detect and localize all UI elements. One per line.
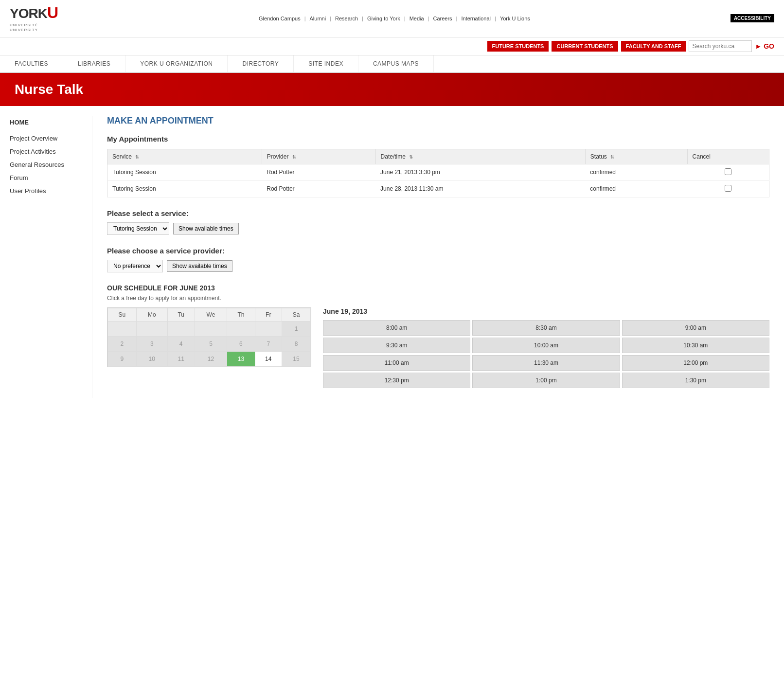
nav-faculties[interactable]: FACULTIES <box>0 55 63 72</box>
select-service-section: Please select a service: Tutoring Sessio… <box>107 209 769 235</box>
sidebar-item-project-activities[interactable]: Project Activities <box>10 145 82 158</box>
sidebar-item-user-profiles[interactable]: User Profiles <box>10 184 82 197</box>
time-slot-5[interactable]: 10:30 am <box>622 338 769 353</box>
cal-cell-3[interactable]: 3 <box>136 336 167 351</box>
time-slot-11[interactable]: 1:30 pm <box>622 373 769 388</box>
current-students-button[interactable]: CURRENT STUDENTS <box>552 41 618 52</box>
nav-media[interactable]: Media <box>410 16 424 21</box>
cal-header-su: Su <box>108 308 137 321</box>
sidebar-item-general-resources[interactable]: General Resources <box>10 158 82 171</box>
cal-cell-9[interactable]: 9 <box>108 351 137 366</box>
select-provider-label: Please choose a service provider: <box>107 247 769 255</box>
sidebar-item-forum[interactable]: Forum <box>10 171 82 184</box>
nav-giving[interactable]: Giving to York <box>367 16 400 21</box>
time-slot-8[interactable]: 12:00 pm <box>622 355 769 371</box>
cal-header-sa: Sa <box>282 308 311 321</box>
sort-status-icon[interactable]: ⇅ <box>610 154 614 160</box>
cal-cell-7[interactable]: 7 <box>255 336 282 351</box>
show-times-button-provider[interactable]: Show available times <box>167 260 232 272</box>
cal-header-th: Th <box>227 308 255 321</box>
logo-u: U <box>47 4 58 22</box>
cal-cell-2[interactable]: 2 <box>108 336 137 351</box>
nav-research[interactable]: Research <box>335 16 358 21</box>
nav-careers[interactable]: Careers <box>433 16 452 21</box>
cal-cell-empty <box>255 321 282 336</box>
second-row: FUTURE STUDENTS CURRENT STUDENTS FACULTY… <box>0 37 784 55</box>
nav-libraries[interactable]: LIBRARIES <box>63 55 125 72</box>
cell-provider-2: Rod Potter <box>262 180 375 197</box>
cal-cell-empty <box>108 321 137 336</box>
cal-cell-8[interactable]: 8 <box>282 336 311 351</box>
select-service-row: Tutoring Session Show available times <box>107 222 769 235</box>
cal-cell-empty <box>195 321 227 336</box>
cal-header-tu: Tu <box>167 308 195 321</box>
cal-row-1: 1 <box>108 321 311 336</box>
search-go-button[interactable]: ► GO <box>755 42 774 50</box>
cal-cell-empty <box>136 321 167 336</box>
page-header: Nurse Talk <box>0 73 784 106</box>
nav-site-index[interactable]: SITE INDEX <box>294 55 358 72</box>
time-slot-10[interactable]: 1:00 pm <box>472 373 620 388</box>
nav-directory[interactable]: DIRECTORY <box>228 55 294 72</box>
cal-header-fr: Fr <box>255 308 282 321</box>
nav-alumni[interactable]: Alumni <box>310 16 326 21</box>
cal-cell-1[interactable]: 1 <box>282 321 311 336</box>
cal-cell-5[interactable]: 5 <box>195 336 227 351</box>
time-slot-2[interactable]: 9:00 am <box>622 320 769 336</box>
cal-cell-13[interactable]: 13 <box>227 351 255 366</box>
faculty-staff-button[interactable]: FACULTY AND STAFF <box>621 41 686 52</box>
time-slots-panel: June 19, 2013 8:00 am 8:30 am 9:00 am 9:… <box>323 307 769 388</box>
cal-cell-empty <box>227 321 255 336</box>
my-appointments-title: My Appointments <box>107 135 769 143</box>
nav-glendon[interactable]: Glendon Campus <box>259 16 301 21</box>
cal-header-we: We <box>195 308 227 321</box>
cal-cell-11[interactable]: 11 <box>167 351 195 366</box>
main-content: MAKE AN APPOINTMENT My Appointments Serv… <box>92 116 784 398</box>
service-select[interactable]: Tutoring Session <box>107 222 169 235</box>
logo-york: YORK <box>10 6 47 21</box>
cell-datetime-1: June 21, 2013 3:30 pm <box>375 164 585 180</box>
accessibility-button[interactable]: ACCESSIBILITY <box>731 14 774 22</box>
cell-status-1: confirmed <box>585 164 687 180</box>
time-slot-4[interactable]: 10:00 am <box>472 338 620 353</box>
cal-cell-10[interactable]: 10 <box>136 351 167 366</box>
cal-cell-15[interactable]: 15 <box>282 351 311 366</box>
provider-select[interactable]: No preference <box>107 260 163 272</box>
page-title: Nurse Talk <box>15 82 769 97</box>
nav-yorkulions[interactable]: York U Lions <box>500 16 530 21</box>
cal-cell-14[interactable]: 14 <box>255 351 282 366</box>
nav-international[interactable]: International <box>461 16 491 21</box>
cancel-checkbox-1[interactable] <box>725 168 731 175</box>
sort-service-icon[interactable]: ⇅ <box>135 154 139 160</box>
schedule-section: OUR SCHEDULE FOR JUNE 2013 Click a free … <box>107 284 769 388</box>
time-slot-1[interactable]: 8:30 am <box>472 320 620 336</box>
cal-cell-6[interactable]: 6 <box>227 336 255 351</box>
col-provider: Provider ⇅ <box>262 149 375 164</box>
top-nav-links: Glendon Campus | Alumni | Research | Giv… <box>58 16 731 21</box>
sidebar-item-project-overview[interactable]: Project Overview <box>10 132 82 145</box>
select-provider-section: Please choose a service provider: No pre… <box>107 247 769 272</box>
nav-york-org[interactable]: YORK U ORGANIZATION <box>125 55 228 72</box>
cal-cell-4[interactable]: 4 <box>167 336 195 351</box>
cal-row-3: 9 10 11 12 13 14 15 <box>108 351 311 366</box>
schedule-subtitle: Click a free day to apply for an appoint… <box>107 295 769 302</box>
select-provider-row: No preference Show available times <box>107 260 769 272</box>
sidebar-item-home[interactable]: HOME <box>10 116 82 129</box>
time-slot-0[interactable]: 8:00 am <box>323 320 470 336</box>
time-slot-6[interactable]: 11:00 am <box>323 355 470 371</box>
future-students-button[interactable]: FUTURE STUDENTS <box>487 41 549 52</box>
logo-subtitle: UNIVERSITÉUNIVERSITY <box>10 23 58 33</box>
time-slot-7[interactable]: 11:30 am <box>472 355 620 371</box>
cancel-checkbox-2[interactable] <box>725 185 731 192</box>
col-status: Status ⇅ <box>585 149 687 164</box>
cell-status-2: confirmed <box>585 180 687 197</box>
show-times-button-service[interactable]: Show available times <box>173 223 239 234</box>
sort-datetime-icon[interactable]: ⇅ <box>409 154 413 160</box>
cal-cell-12[interactable]: 12 <box>195 351 227 366</box>
nav-campus-maps[interactable]: CAMPUS MAPS <box>358 55 434 72</box>
cal-row-2: 2 3 4 5 6 7 8 <box>108 336 311 351</box>
time-slot-3[interactable]: 9:30 am <box>323 338 470 353</box>
sort-provider-icon[interactable]: ⇅ <box>292 154 296 160</box>
search-input[interactable] <box>689 40 752 52</box>
time-slot-9[interactable]: 12:30 pm <box>323 373 470 388</box>
